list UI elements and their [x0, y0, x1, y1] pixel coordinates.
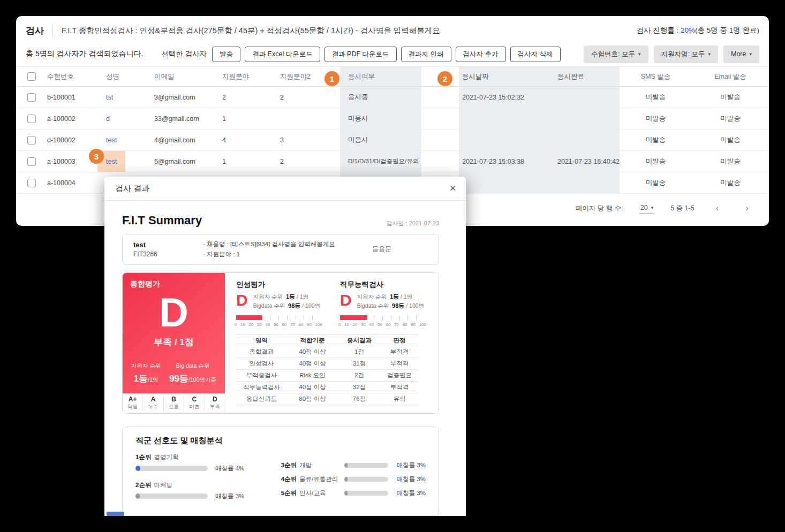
score-tick-labels: 0102030405060708090100 [235, 322, 322, 327]
examinee-name-link[interactable]: test [106, 136, 117, 144]
send-button[interactable]: 발송 [212, 47, 240, 62]
cell-spacer [421, 87, 459, 108]
chevron-left-icon[interactable]: ‹ [711, 203, 724, 214]
grade-label: 우수 [143, 404, 163, 411]
match-bar [135, 493, 208, 499]
print-result-button[interactable]: 결과지 인쇄 [401, 47, 451, 62]
score-bar [236, 315, 321, 320]
candidate-id: test FIT3266 [133, 241, 203, 258]
grade-scale: A+탁월 A우수 B보통 C미흡 D부족 [123, 393, 225, 413]
cell-done [554, 87, 620, 108]
cell-email: 3@gmail.com [154, 87, 222, 108]
rows-per-page-value: 20 [640, 204, 648, 211]
chevron-right-icon[interactable]: › [740, 203, 754, 214]
big-value: 98등 [288, 302, 300, 309]
row-checkbox[interactable] [27, 136, 36, 145]
match-bar-fill [344, 491, 348, 496]
match-name: 인사/교육 [299, 490, 326, 496]
match-name: 개발 [299, 462, 312, 468]
annotation-badge-2: 2 [437, 71, 452, 86]
match-bar-fill [344, 463, 348, 468]
cell-sms: 미발송 [620, 87, 692, 108]
test-description: F.I.T 종합인적성검사 : 인성&부적응 검사(275문항 / 45분) +… [62, 26, 440, 36]
pdf-download-button[interactable]: 결과 PDF 다운로드 [324, 47, 397, 62]
row-cell-checkbox [16, 172, 47, 193]
match-rate: 매칭률 3% [215, 492, 244, 500]
filter-group: 수험번호: 모두▾ 지원자명: 모두▾ More▾ [584, 45, 759, 63]
cell-date: 2021-07-23 15:03:38 [459, 151, 554, 172]
caret-down-icon: ▾ [651, 205, 654, 210]
cell-field1: 2 [222, 87, 280, 108]
match-bar [344, 491, 388, 496]
excel-download-button[interactable]: 결과 Excel 다운로드 [245, 47, 320, 62]
examinee-name-link[interactable]: test [106, 158, 117, 165]
match-name: 마케팅 [154, 482, 172, 488]
match-bar-fill [344, 477, 348, 482]
assessment-title: 인성평가 [236, 280, 326, 290]
cell-mail: 미발송 [692, 151, 769, 172]
grade-letter: B [164, 396, 184, 403]
summary-right: 인성평가 D 지원자 순위 1등 / 1명 Bigdata 순위 98등 / 1… [225, 273, 439, 413]
bigdata-rank-label: Big data 순위 [169, 362, 216, 370]
exam-no-filter[interactable]: 수험번호: 모두▾ [584, 45, 648, 63]
report-title: F.I.T Summary [122, 214, 202, 227]
cell-sms: 미발송 [620, 151, 692, 172]
grade-label: 보통 [164, 404, 184, 411]
criteria-row: 직무능력검사40점 이상32점부적격 [236, 382, 418, 393]
close-icon[interactable]: ✕ [449, 184, 456, 193]
cell-field1: 4 [222, 130, 280, 150]
report-title-row: F.I.T Summary 검사일 : 2021-07-23 [122, 214, 439, 227]
match-bar [344, 463, 388, 468]
rank-label: 지원자 순위 [357, 293, 387, 300]
add-examinee-button[interactable]: 검사자 추가 [456, 47, 506, 62]
table-row: b-100001 tst 3@gmail.com 2 2 응시중 2021-07… [16, 87, 769, 108]
score-bar [340, 315, 425, 320]
header-status: 응시여부 [340, 67, 421, 86]
candidate-name: test [133, 241, 203, 249]
header-name: 성명 [106, 67, 154, 86]
assessment-stats: 지원자 순위 1등 / 1명 Bigdata 순위 98등 / 100명 [253, 292, 320, 310]
assessment-job-competency: 직무능력검사 D 지원자 순위 1등 / 1명 Bigdata 순위 98등 /… [340, 280, 430, 327]
apply-field: · 지원분야 : 1 [203, 249, 372, 260]
cell-field2: 2 [280, 87, 340, 108]
summary-box: 종합평가 D 부족 / 1점 지원자 순위 1등/1명 Big data 순위 … [122, 272, 439, 414]
row-checkbox[interactable] [27, 179, 36, 187]
applicant-rank-suffix: /1명 [148, 376, 158, 383]
grade-letter: D [205, 396, 225, 403]
row-checkbox[interactable] [27, 115, 36, 123]
header-date: 응시날짜 [459, 67, 554, 86]
applicant-name-filter[interactable]: 지원자명: 모두▾ [654, 45, 718, 63]
header-field1: 지원분야 [222, 67, 280, 86]
applicant-rank-value: 1등 [134, 374, 148, 384]
grade-scale-cell: A우수 [142, 396, 163, 411]
cell-exam-no: a-100002 [47, 108, 106, 129]
big-suffix: / 100명 [300, 302, 320, 309]
row-checkbox[interactable] [27, 157, 36, 166]
rows-per-page-select[interactable]: 20▾ [639, 203, 654, 214]
match-bar-fill [135, 493, 140, 499]
examinee-name-link[interactable]: d [106, 115, 110, 123]
match-rank: 1순위 [135, 454, 151, 460]
header-sms: SMS 발송 [620, 67, 692, 86]
rows-per-page-label: 페이지 당 행 수: [576, 204, 623, 213]
cell-done: 2021-07-23 16:40:42 [554, 151, 620, 172]
grade-scale-cell: D부족 [205, 396, 225, 411]
criteria-row: 응답신뢰도80점 이상76점유의 [236, 393, 418, 405]
select-all-checkbox[interactable] [27, 72, 36, 81]
cell-name: tst [106, 87, 154, 108]
cell-sms: 미발송 [620, 108, 692, 129]
row-checkbox[interactable] [27, 93, 36, 102]
row-cell-checkbox [16, 108, 47, 129]
progress-label: 검사 진행률 : [636, 26, 681, 34]
bigdata-rank: Big data 순위 99등/100명기준 [169, 362, 216, 385]
exam-no-filter-label: 수험번호: 모두 [591, 50, 635, 59]
delete-examinee-button[interactable]: 검사자 삭제 [510, 47, 561, 62]
criteria-row: 종합결과40점 이상1점부적격 [236, 346, 418, 358]
examinee-name-link[interactable]: tst [106, 94, 113, 101]
title-divider [52, 24, 53, 37]
match-rate: 매칭률 3% [397, 461, 426, 469]
overall-ranks: 지원자 순위 1등/1명 Big data 순위 99등/100명기준 [130, 362, 217, 387]
more-filter[interactable]: More▾ [723, 45, 759, 63]
candidate-info-box: test FIT3266 · 채용명 : [테스트S][934] 검사명을 입력… [122, 234, 439, 265]
modal-body: F.I.T Summary 검사일 : 2021-07-23 test FIT3… [104, 201, 466, 516]
